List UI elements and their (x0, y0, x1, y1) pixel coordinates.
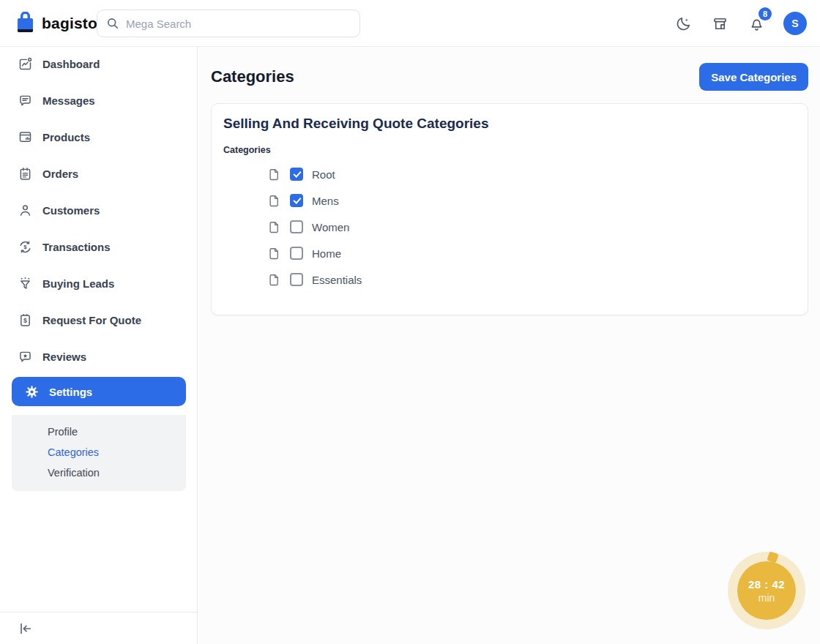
dark-mode-icon[interactable] (674, 14, 693, 33)
dashboard-icon (18, 56, 33, 72)
sidebar-item-label: Reviews (42, 351, 86, 363)
transactions-icon: $ (18, 239, 33, 255)
sidebar-item-label: Transactions (42, 241, 111, 253)
category-row-home: Home (267, 240, 796, 266)
category-checkbox[interactable] (290, 194, 303, 207)
page-title: Categories (211, 67, 294, 86)
card-title: Selling And Receiving Quote Categories (223, 116, 796, 132)
sidebar-item-buying-leads[interactable]: Buying Leads (0, 266, 197, 300)
request-for-quote-icon: $ (18, 312, 33, 328)
page-header: Categories Save Categories (211, 63, 808, 91)
sidebar-item-label: Buying Leads (42, 277, 114, 290)
buying-leads-icon (18, 276, 33, 291)
sidebar-item-messages[interactable]: Messages (0, 83, 197, 117)
category-label: Root (312, 168, 335, 181)
sidebar-item-request-for-quote[interactable]: $ Request For Quote (0, 303, 197, 337)
file-icon (267, 247, 281, 261)
timer-time: 28 : 42 (748, 578, 785, 591)
category-label: Women (312, 221, 349, 233)
avatar[interactable]: S (783, 12, 807, 35)
sidebar-item-transactions[interactable]: $ Transactions (0, 230, 197, 263)
save-categories-button[interactable]: Save Categories (699, 63, 808, 91)
category-checkbox[interactable] (290, 168, 303, 181)
timer-unit: min (758, 592, 775, 604)
logo[interactable]: bagisto (16, 12, 97, 35)
category-label: Essentials (312, 274, 362, 286)
sidebar-item-label: Dashboard (42, 58, 100, 70)
messages-icon (18, 93, 33, 108)
file-icon (267, 194, 281, 208)
category-row-women: Women (267, 214, 796, 240)
sidebar-item-reviews[interactable]: Reviews (0, 340, 197, 373)
sidebar-item-label: Request For Quote (42, 314, 141, 326)
submenu-item-verification[interactable]: Verification (48, 463, 186, 483)
search-icon (106, 17, 119, 30)
category-row-essentials: Essentials (267, 266, 796, 293)
orders-icon (18, 166, 33, 181)
settings-icon (24, 384, 40, 400)
sidebar-item-label: Customers (42, 204, 100, 217)
category-row-root: Root (267, 161, 796, 187)
file-icon (267, 168, 281, 181)
bagisto-bag-icon (16, 12, 36, 35)
sidebar-item-label: Messages (42, 94, 95, 107)
categories-card: Selling And Receiving Quote Categories C… (211, 103, 808, 315)
file-icon (267, 273, 281, 287)
main-content: Categories Save Categories Selling And R… (198, 47, 820, 644)
submenu-item-categories[interactable]: Categories (48, 442, 186, 463)
svg-text:$: $ (23, 244, 27, 250)
sidebar-item-orders[interactable]: Orders (0, 157, 197, 190)
categories-field-label: Categories (223, 145, 796, 155)
sidebar-item-label: Settings (49, 386, 92, 398)
category-row-mens: Mens (267, 187, 796, 214)
category-checkbox[interactable] (290, 273, 303, 286)
bell-icon[interactable]: 8 (747, 14, 766, 33)
collapse-sidebar-icon[interactable] (18, 621, 34, 637)
sidebar-item-dashboard[interactable]: Dashboard (0, 47, 197, 80)
mega-search[interactable] (97, 10, 360, 37)
settings-submenu: Profile Categories Verification (12, 415, 186, 491)
session-timer[interactable]: 28 : 42 min (737, 561, 796, 620)
submenu-item-profile[interactable]: Profile (48, 422, 186, 442)
products-icon (18, 130, 33, 145)
category-checkbox[interactable] (290, 247, 303, 260)
svg-text:$: $ (23, 316, 27, 323)
sidebar-item-label: Products (42, 131, 90, 143)
file-icon (267, 220, 281, 234)
topbar-actions: 8 S (674, 0, 807, 47)
search-input[interactable] (126, 18, 351, 30)
sidebar: Dashboard Messages Products (0, 47, 198, 644)
logo-text: bagisto (42, 15, 97, 32)
reviews-icon (18, 349, 33, 364)
notification-badge: 8 (758, 7, 772, 20)
category-label: Mens (312, 195, 339, 207)
top-bar: bagisto 8 (0, 0, 820, 47)
sidebar-item-settings[interactable]: Settings (12, 377, 186, 406)
sidebar-item-customers[interactable]: Customers (0, 193, 197, 227)
category-checkbox[interactable] (290, 220, 303, 233)
sidebar-item-label: Orders (42, 168, 78, 180)
sidebar-item-products[interactable]: Products (0, 120, 197, 154)
storefront-icon[interactable] (710, 14, 729, 33)
customers-icon (18, 203, 33, 218)
category-label: Home (312, 247, 341, 260)
sidebar-footer (0, 612, 197, 644)
